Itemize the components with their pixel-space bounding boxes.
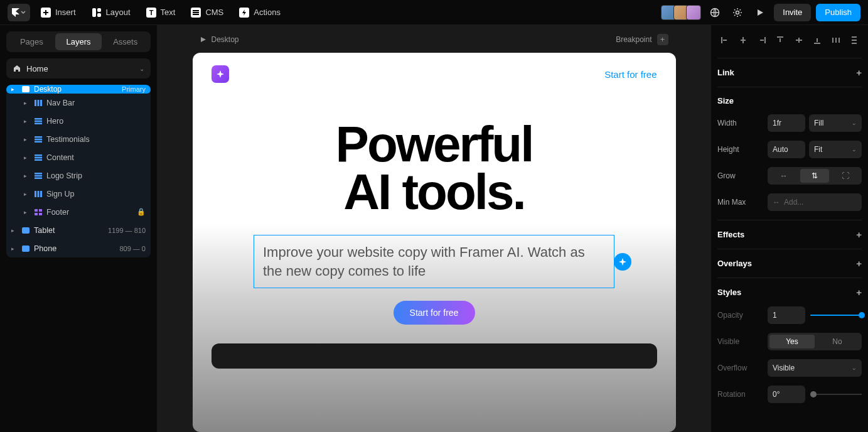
height-input[interactable]: Auto: [768, 141, 805, 158]
svg-rect-14: [35, 100, 36, 106]
width-mode-select[interactable]: Fill⌄: [809, 114, 862, 132]
distribute-h-icon[interactable]: [830, 34, 842, 46]
right-panel: Link+ Size Width 1frFill⌄ Height AutoFit…: [711, 25, 868, 432]
text-button[interactable]: T Text: [141, 4, 181, 21]
styles-section: Styles+: [717, 287, 862, 298]
svg-rect-39: [723, 40, 727, 41]
svg-rect-55: [852, 43, 857, 44]
layer-tree: ▸DesktopPrimary▸Nav Bar▸Hero▸Testimonial…: [6, 85, 151, 257]
left-panel: Pages Layers Assets Home ⌄ ▸DesktopPrima…: [0, 25, 157, 432]
svg-rect-27: [35, 175, 42, 176]
publish-button[interactable]: Publish: [816, 4, 860, 21]
canvas[interactable]: Desktop Breakpoint + Start for free Powe…: [157, 25, 711, 432]
tab-layers[interactable]: Layers: [55, 33, 102, 50]
svg-rect-33: [39, 209, 42, 212]
svg-point-12: [736, 11, 739, 14]
panel-tabs: Pages Layers Assets: [6, 31, 151, 52]
layer-row[interactable]: ▸Hero: [6, 112, 151, 130]
play-icon: [756, 8, 764, 17]
layer-row[interactable]: ▸Sign Up: [6, 185, 151, 203]
rotation-slider[interactable]: [810, 394, 862, 395]
page-selector[interactable]: Home ⌄: [6, 58, 151, 78]
width-input[interactable]: 1fr: [768, 114, 805, 132]
layer-row[interactable]: ▸Testimonials: [6, 130, 151, 148]
add-link-button[interactable]: +: [856, 67, 862, 78]
cms-button[interactable]: CMS: [185, 4, 228, 21]
ai-badge[interactable]: [614, 253, 631, 271]
invite-button[interactable]: Invite: [774, 4, 811, 21]
grow-both-icon[interactable]: ⛶: [832, 169, 860, 183]
overflow-select[interactable]: Visible⌄: [768, 359, 862, 377]
add-overlay-button[interactable]: +: [856, 258, 862, 269]
svg-rect-8: [193, 12, 199, 13]
layer-row[interactable]: ▸Tablet1199 — 810: [6, 221, 151, 239]
add-breakpoint-button[interactable]: +: [657, 34, 668, 45]
svg-rect-1: [92, 8, 96, 17]
layer-row[interactable]: ▸Footer🔒: [6, 203, 151, 221]
grow-h-icon[interactable]: ↔: [769, 169, 798, 183]
play-icon[interactable]: [200, 36, 206, 43]
site-logo: [212, 65, 229, 83]
hero-subtitle-selected[interactable]: Improve your website copy with Framer AI…: [254, 235, 614, 288]
svg-rect-50: [832, 38, 833, 43]
svg-rect-41: [741, 40, 746, 41]
collaborator-avatars[interactable]: [663, 5, 701, 20]
opacity-input[interactable]: 1: [768, 306, 805, 324]
visible-yes[interactable]: Yes: [769, 335, 815, 348]
layer-row[interactable]: ▸Phone809 — 0: [6, 239, 151, 257]
frame-nav: Start for free: [212, 65, 657, 83]
align-right-icon[interactable]: [756, 34, 768, 46]
layer-row[interactable]: ▸Content: [6, 148, 151, 166]
align-center-v-icon[interactable]: [793, 34, 805, 46]
grow-v-icon[interactable]: ⇅: [800, 169, 828, 183]
visible-no[interactable]: No: [815, 335, 860, 348]
nav-cta[interactable]: Start for free: [604, 69, 656, 80]
grow-buttons: ↔ ⇅ ⛶: [768, 167, 862, 185]
framer-logo-button[interactable]: [8, 4, 30, 21]
actions-button[interactable]: Actions: [233, 4, 286, 21]
align-bottom-icon[interactable]: [811, 34, 823, 46]
rotation-input[interactable]: 0°: [768, 386, 805, 403]
rotation-row: Rotation 0°: [717, 386, 862, 403]
link-section: Link+: [717, 67, 862, 78]
distribute-v-icon[interactable]: [848, 34, 860, 46]
svg-rect-47: [798, 38, 800, 43]
hero-title: Powerful AI tools.: [212, 121, 657, 216]
svg-rect-49: [817, 38, 818, 42]
align-center-h-icon[interactable]: [737, 34, 749, 46]
svg-rect-29: [35, 191, 36, 197]
settings-button[interactable]: [729, 4, 746, 21]
size-section: Size: [717, 96, 862, 105]
layer-row[interactable]: ▸DesktopPrimary: [6, 85, 151, 94]
svg-rect-31: [40, 191, 42, 197]
layout-button[interactable]: Layout: [86, 4, 136, 21]
svg-rect-15: [38, 100, 40, 106]
svg-rect-53: [852, 36, 857, 38]
svg-rect-25: [35, 159, 42, 161]
effects-section: Effects+: [717, 229, 862, 240]
height-mode-select[interactable]: Fit⌄: [809, 141, 862, 158]
svg-rect-21: [35, 138, 42, 140]
desktop-frame[interactable]: Start for free Powerful AI tools. Improv…: [193, 53, 676, 432]
hero-cta-button[interactable]: Start for free: [394, 301, 475, 325]
lightning-icon: [238, 7, 250, 18]
align-left-icon[interactable]: [719, 34, 731, 46]
play-button[interactable]: [751, 4, 769, 21]
globe-button[interactable]: [706, 4, 724, 21]
layer-row[interactable]: ▸Logo Strip: [6, 166, 151, 185]
add-style-button[interactable]: +: [856, 287, 862, 298]
layer-row[interactable]: ▸Nav Bar: [6, 94, 151, 112]
minmax-row: Min Max ↔Add...: [717, 193, 862, 211]
width-row: Width 1frFill⌄: [717, 114, 862, 132]
align-top-icon[interactable]: [774, 34, 786, 46]
minmax-input[interactable]: ↔Add...: [768, 193, 862, 211]
alignment-row: [717, 31, 862, 49]
tab-assets[interactable]: Assets: [102, 33, 149, 50]
opacity-slider[interactable]: [810, 315, 862, 316]
main: Pages Layers Assets Home ⌄ ▸DesktopPrima…: [0, 25, 868, 432]
tab-pages[interactable]: Pages: [8, 33, 55, 50]
overflow-row: Overflow Visible⌄: [717, 359, 862, 377]
svg-rect-45: [780, 38, 781, 42]
insert-button[interactable]: Insert: [35, 4, 81, 21]
add-effect-button[interactable]: +: [856, 229, 862, 240]
